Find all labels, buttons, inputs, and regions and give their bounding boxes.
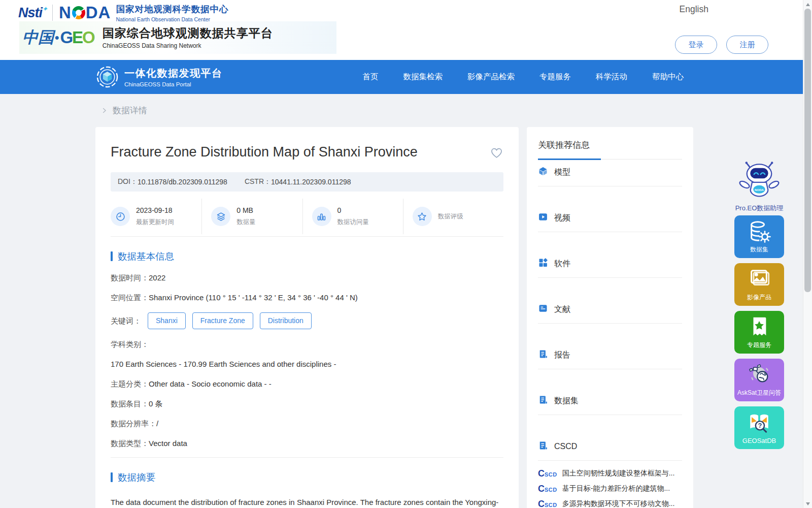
- field-label: 数据时间：: [111, 273, 149, 282]
- related-item-label: 数据集: [554, 396, 579, 406]
- report-icon: [538, 395, 548, 407]
- keyword-tag[interactable]: Fracture Zone: [192, 312, 253, 329]
- favorite-heart-icon[interactable]: [490, 146, 503, 160]
- stat-数据量: 0 MB数据量: [202, 199, 302, 234]
- nav-item-0[interactable]: 首页: [363, 72, 379, 82]
- nav-item-1[interactable]: 数据集检索: [403, 72, 443, 82]
- breadcrumb: 数据详情: [100, 105, 147, 116]
- nav-item-2[interactable]: 影像产品检索: [467, 72, 515, 82]
- nsti-logo: Nsti✦: [18, 5, 47, 21]
- related-panel: 关联推荐信息 模型视频软件文献报告数据集CSCD CSCD国土空间韧性规划建设整…: [527, 127, 693, 508]
- field-row: 空间位置：Shanxi Province (110 ° 15 ' -114 ° …: [111, 293, 503, 302]
- document-icon: [538, 303, 548, 315]
- field-value: /: [156, 419, 158, 428]
- basic-info-section-title: 数据基本信息: [118, 250, 174, 263]
- portal-brand-cn: 一体化数据发现平台: [124, 67, 223, 80]
- platform-title: 国家综合地球观测数据共享平台 ChinaGEOSS Data Sharing N…: [103, 25, 273, 49]
- field-label: 数据条目：: [111, 399, 149, 408]
- stat-数据评级: 数据评级: [403, 199, 503, 234]
- section-accent-bar: [111, 251, 113, 261]
- keyword-tag[interactable]: Distribution: [260, 312, 312, 329]
- stat-label: 数据量: [236, 218, 256, 227]
- related-item-数据集[interactable]: 数据集: [538, 369, 682, 415]
- related-item-模型[interactable]: 模型: [538, 160, 682, 186]
- cstr-value: 10441.11.202309.011298: [271, 178, 351, 186]
- related-item-软件[interactable]: 软件: [538, 232, 682, 278]
- tile-数据集[interactable]: 数据集: [734, 215, 784, 258]
- related-panel-title: 关联推荐信息: [538, 139, 682, 151]
- field-row: 数据分辨率：/: [111, 419, 503, 428]
- report-icon: [538, 349, 548, 361]
- nav-item-5[interactable]: 帮助中心: [652, 72, 684, 82]
- assistant-label: Pro.EO数据助理: [734, 204, 784, 213]
- portal-brand[interactable]: 一体化数据发现平台 ChinaGEOSS Data Portal: [95, 65, 223, 89]
- cstr-label: CSTR：: [245, 177, 271, 186]
- field-label: 学科类别：: [111, 339, 149, 349]
- basic-info-section-header: 数据基本信息: [111, 250, 503, 263]
- layers-icon: [211, 207, 230, 226]
- stat-value: 0: [337, 206, 369, 214]
- field-value: Vector data: [149, 438, 187, 448]
- field-row: 数据条目：0 条: [111, 399, 503, 408]
- nav-item-3[interactable]: 专题服务: [539, 72, 571, 82]
- portal-brand-en: ChinaGEOSS Data Portal: [124, 81, 223, 87]
- register-button[interactable]: 注册: [726, 36, 768, 54]
- cscd-item[interactable]: CSCD国土空间韧性规划建设整体框架与...: [538, 466, 682, 481]
- field-label: 主题分类：: [111, 379, 149, 389]
- tile-label: GEOSatDB: [742, 437, 776, 444]
- related-item-label: 报告: [554, 350, 570, 361]
- assistant-widget[interactable]: NODA Pro.EO数据助理: [734, 161, 784, 213]
- nav-item-4[interactable]: 科学活动: [596, 72, 627, 82]
- field-value: Shanxi Province (110 ° 15 ' -114 ° 32 ' …: [149, 293, 358, 302]
- keyword-tag[interactable]: Shanxi: [148, 312, 186, 329]
- chinageo-logo: 中国 • G E O: [22, 27, 95, 48]
- stat-value: 2023-09-18: [136, 206, 174, 214]
- dataset-detail-card: Fracture Zone Distribution Map of Shanxi…: [95, 127, 519, 508]
- related-item-报告[interactable]: 报告: [538, 324, 682, 369]
- scrollbar-thumb[interactable]: [804, 9, 811, 292]
- stat-数据访问量: 0数据访问量: [303, 199, 403, 234]
- main-navbar: 一体化数据发现平台 ChinaGEOSS Data Portal 首页数据集检索…: [0, 60, 803, 94]
- nsti-star-icon: ✦: [42, 5, 47, 13]
- site-header: Nsti✦ N DA 国家对地观测科学数据中心 National Earth O…: [0, 0, 803, 60]
- auth-buttons: 登录 注册: [675, 36, 768, 54]
- noda-logo: N DA: [59, 3, 111, 22]
- dataset-stats-row: 2023-09-18最新更新时间0 MB数据量0数据访问量数据评级: [111, 199, 503, 234]
- login-button[interactable]: 登录: [675, 36, 717, 54]
- tile-影像产品[interactable]: 影像产品: [734, 263, 784, 306]
- cscd-item[interactable]: CSCD多源异构数据环境下不可移动文物...: [538, 496, 682, 508]
- portal-brand-text: 一体化数据发现平台 ChinaGEOSS Data Portal: [124, 67, 223, 87]
- chevron-right-icon: [100, 107, 108, 114]
- related-item-CSCD[interactable]: CSCD: [538, 415, 682, 461]
- identifier-bar: DOI： 10.11878/db.202309.011298 CSTR： 104…: [111, 172, 503, 192]
- tile-label: 数据集: [750, 245, 768, 254]
- tile-专题服务[interactable]: 专题服务: [734, 311, 784, 354]
- platform-title-cn: 国家综合地球观测数据共享平台: [103, 25, 273, 41]
- scrollbar-up-arrow[interactable]: [803, 0, 812, 9]
- svg-text:NODA: NODA: [755, 188, 764, 192]
- related-item-文献[interactable]: 文献: [538, 278, 682, 324]
- field-value: 170 Earth Sciences - 170.99 Earth Scienc…: [111, 359, 336, 369]
- related-item-label: 模型: [554, 167, 570, 178]
- satellite-globe-icon: [748, 363, 771, 388]
- doi-label: DOI：: [118, 177, 138, 186]
- cscd-logo-icon: CSCD: [538, 499, 557, 508]
- tile-GEOSatDB[interactable]: ?GEOSatDB: [734, 406, 784, 449]
- image-icon: [748, 267, 771, 293]
- language-switch[interactable]: English: [680, 4, 708, 15]
- tile-AskSat卫星问答[interactable]: AskSat卫星问答: [734, 359, 784, 401]
- stat-value: 0 MB: [236, 206, 256, 214]
- scrollbar-down-arrow[interactable]: [803, 499, 812, 508]
- cscd-item[interactable]: CSCD基于目标-能力差距分析的建筑物...: [538, 481, 682, 496]
- related-item-视频[interactable]: 视频: [538, 186, 682, 232]
- cscd-logo-icon: CSCD: [538, 468, 557, 479]
- book-search-icon: ?: [748, 411, 771, 436]
- noda-title: 国家对地观测科学数据中心 National Earth Observation …: [116, 3, 228, 22]
- field-row: 数据类型：Vector data: [111, 438, 503, 448]
- related-item-label: 文献: [554, 304, 570, 315]
- tile-label: AskSat卫星问答: [737, 389, 781, 397]
- portal-logo-icon: [95, 65, 119, 89]
- clock-icon: [111, 207, 130, 226]
- related-panel-header: 关联推荐信息: [538, 127, 682, 160]
- field-label: 关键词：: [111, 316, 141, 326]
